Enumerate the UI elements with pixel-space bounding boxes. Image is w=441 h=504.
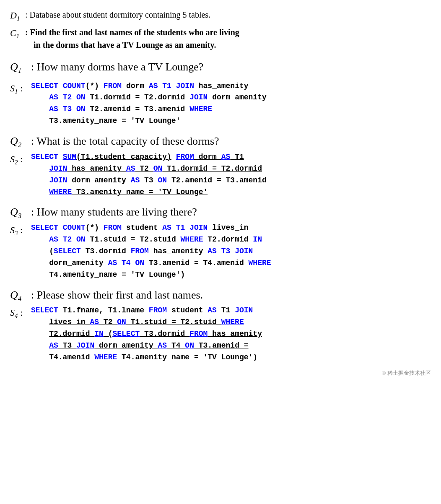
c1-line: C1 : Find the first and last names of th… xyxy=(10,26,431,51)
s2-label: S2 : xyxy=(10,151,31,167)
q4-text: : Please show their first and last names… xyxy=(31,287,203,303)
s2-code: SELECT SUM(T1.student_capacity) FROM dor… xyxy=(31,151,431,198)
q1-text: : How many dorms have a TV Lounge? xyxy=(31,59,203,75)
s3-label: S3 : xyxy=(10,222,31,238)
d1-line: D1 : Database about student dormitory co… xyxy=(10,8,431,23)
q3-text: : How many students are living there? xyxy=(31,204,197,220)
c1-text: : Find the first and last names of the s… xyxy=(25,26,431,51)
s4-code: SELECT T1.fname, T1.lname FROM student A… xyxy=(31,305,431,363)
q4-line: Q4 : Please show their first and last na… xyxy=(10,287,431,304)
s4-block: S4 : SELECT T1.fname, T1.lname FROM stud… xyxy=(10,305,431,363)
q4-label: Q4 xyxy=(10,287,31,304)
d1-text: : Database about student dormitory conta… xyxy=(25,8,431,21)
q2-text: : What is the total capacity of these do… xyxy=(31,133,219,149)
s1-label: S1 : xyxy=(10,81,31,96)
s1-block: S1 : SELECT COUNT(*) FROM dorm AS T1 JOI… xyxy=(10,81,431,127)
s1-code: SELECT COUNT(*) FROM dorm AS T1 JOIN has… xyxy=(31,81,431,127)
watermark-text: © 稀土掘金技术社区 xyxy=(10,369,431,377)
q3-line: Q3 : How many students are living there? xyxy=(10,204,431,221)
s2-block: S2 : SELECT SUM(T1.student_capacity) FRO… xyxy=(10,151,431,198)
q3-label: Q3 xyxy=(10,204,31,221)
q1-line: Q1 : How many dorms have a TV Lounge? xyxy=(10,59,431,76)
c1-block: C1 : Find the first and last names of th… xyxy=(10,26,431,51)
q2-line: Q2 : What is the total capacity of these… xyxy=(10,133,431,151)
d1-label: D1 xyxy=(10,8,25,23)
s3-block: S3 : SELECT COUNT(*) FROM student AS T1 … xyxy=(10,222,431,281)
c1-label: C1 xyxy=(10,26,25,41)
s4-label: S4 : xyxy=(10,305,31,321)
q2-label: Q2 xyxy=(10,133,31,151)
q1-label: Q1 xyxy=(10,59,31,76)
s3-code: SELECT COUNT(*) FROM student AS T1 JOIN … xyxy=(31,222,431,281)
